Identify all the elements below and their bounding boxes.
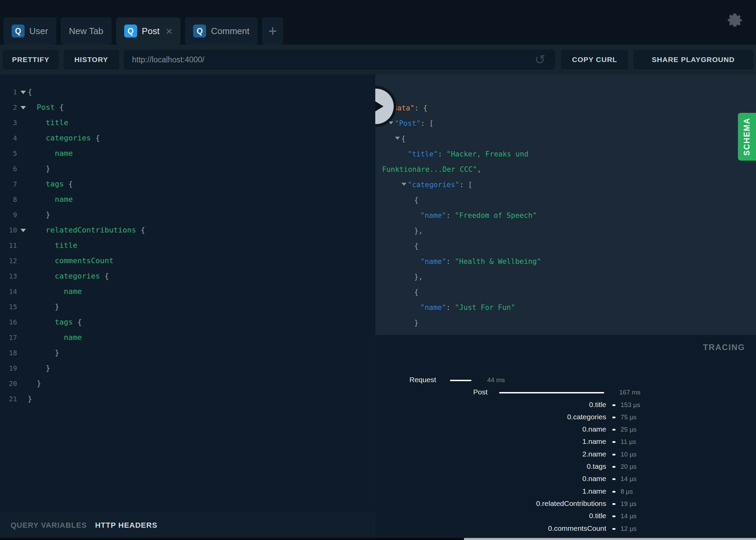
share-playground-button[interactable]: SHARE PLAYGROUND bbox=[633, 50, 753, 70]
editor-code: { bbox=[28, 88, 32, 96]
response-line: { bbox=[375, 85, 756, 100]
tab-label: New Tab bbox=[69, 26, 103, 36]
tab-label: Comment bbox=[211, 26, 249, 36]
trace-row: 0.title153 µs bbox=[375, 400, 756, 412]
plus-icon: + bbox=[268, 24, 277, 39]
prettify-button[interactable]: PRETTIFY bbox=[3, 50, 59, 70]
trace-row: 0.name25 µs bbox=[375, 424, 756, 437]
toolbar: PRETTIFY HISTORY http://localhost:4000/ … bbox=[0, 45, 756, 75]
trace-label: 1.name bbox=[375, 487, 606, 495]
response-line: "name": "Freedom of Speech" bbox=[375, 208, 756, 223]
code-token: categories bbox=[28, 272, 100, 280]
tab-comment[interactable]: QComment bbox=[185, 17, 258, 45]
code-token: name bbox=[28, 333, 82, 342]
trace-time: 44 ms bbox=[487, 376, 505, 384]
line-number: 7 bbox=[0, 180, 17, 188]
tab-post[interactable]: QPost× bbox=[116, 17, 181, 45]
line-number: 13 bbox=[0, 272, 17, 280]
response-pane: {"data": {"Post": [{"title": "Hacker, Fr… bbox=[375, 75, 756, 335]
trace-dash bbox=[612, 454, 615, 455]
trace-time: 11 µs bbox=[621, 438, 636, 446]
trace-row: 0.commentsCount12 µs bbox=[375, 524, 756, 536]
trace-row: 1.name11 µs bbox=[375, 437, 756, 449]
editor-line: 15 } bbox=[0, 299, 375, 314]
code-token: { bbox=[91, 134, 100, 142]
fold-arrow-icon[interactable] bbox=[20, 91, 26, 94]
trace-label: 0.title bbox=[375, 401, 606, 409]
editor-line: 1{ bbox=[0, 84, 375, 100]
code-token: } bbox=[28, 302, 59, 311]
json-token: }, bbox=[414, 273, 423, 281]
endpoint-url-value[interactable]: http://localhost:4000/ bbox=[132, 55, 535, 64]
json-token: Funktionäre...Der CCC" bbox=[382, 165, 477, 174]
line-number: 3 bbox=[0, 119, 17, 127]
fold-arrow-icon[interactable] bbox=[20, 229, 26, 232]
line-number: 14 bbox=[0, 287, 17, 296]
trace-time: 167 ms bbox=[619, 389, 640, 396]
response-line: "name": "Health & Wellbeing" bbox=[375, 254, 756, 269]
code-token: categories bbox=[28, 134, 91, 142]
tab-user[interactable]: QUser bbox=[3, 17, 56, 45]
close-tab-icon[interactable]: × bbox=[166, 25, 173, 37]
code-token: } bbox=[28, 164, 50, 173]
editor-code: categories { bbox=[28, 272, 109, 280]
json-token: : bbox=[446, 303, 455, 312]
trace-time: 20 µs bbox=[621, 463, 637, 470]
json-token: } bbox=[414, 319, 419, 327]
json-token: { bbox=[414, 196, 419, 204]
code-token: title bbox=[28, 241, 77, 250]
query-badge-icon: Q bbox=[12, 25, 25, 38]
editor-line: 16 tags { bbox=[0, 314, 375, 330]
reload-schema-icon[interactable]: ↻ bbox=[535, 53, 546, 66]
trace-dash bbox=[612, 478, 615, 480]
tab-new-tab[interactable]: New Tab bbox=[61, 17, 112, 45]
editor-line: 20 } bbox=[0, 376, 375, 391]
history-button[interactable]: HISTORY bbox=[63, 50, 119, 70]
editor-line: 3 title bbox=[0, 115, 375, 130]
editor-line: 7 tags { bbox=[0, 176, 375, 192]
editor-line: 19 } bbox=[0, 360, 375, 376]
line-number: 19 bbox=[0, 364, 17, 372]
json-token: { bbox=[414, 242, 419, 250]
editor-code: relatedContributions { bbox=[28, 226, 145, 234]
trace-label: 0.name bbox=[375, 425, 606, 433]
editor-line: 2 Post { bbox=[0, 100, 375, 115]
json-token: : { bbox=[415, 104, 427, 112]
play-icon bbox=[375, 89, 394, 124]
code-token: tags bbox=[28, 180, 64, 188]
schema-side-tab-label: SCHEMA bbox=[742, 118, 752, 156]
new-tab-button[interactable]: + bbox=[262, 17, 283, 45]
query-editor[interactable]: 1{2 Post {3 title4 categories {5 name6 }… bbox=[0, 75, 375, 512]
editor-code: name bbox=[28, 287, 82, 296]
trace-dash bbox=[612, 429, 615, 431]
line-number: 11 bbox=[0, 241, 17, 250]
code-token: } bbox=[28, 379, 41, 388]
graphql-playground-window: QUserNew TabQPost×QComment+ PRETTIFY HIS… bbox=[0, 0, 756, 540]
schema-side-tab[interactable]: SCHEMA bbox=[738, 113, 756, 161]
line-number: 2 bbox=[0, 103, 17, 111]
tracing-horizontal-scrollbar[interactable] bbox=[464, 538, 756, 540]
http-headers-tab[interactable]: HTTP HEADERS bbox=[95, 521, 158, 530]
trace-dash bbox=[612, 466, 615, 468]
fold-arrow-icon[interactable] bbox=[20, 106, 26, 109]
code-token: name bbox=[28, 287, 82, 296]
response-json-tree: {"data": {"Post": [{"title": "Hacker, Fr… bbox=[375, 75, 756, 335]
tab-strip: QUserNew TabQPost×QComment+ bbox=[3, 17, 283, 45]
query-badge-icon: Q bbox=[124, 25, 137, 38]
top-tab-bar: QUserNew TabQPost×QComment+ bbox=[0, 0, 756, 45]
query-variables-tab[interactable]: QUERY VARIABLES bbox=[11, 521, 87, 530]
tracing-panel: TRACING Request44 msPost167 ms0.title153… bbox=[375, 335, 756, 540]
editor-code: } bbox=[28, 164, 50, 173]
endpoint-url-bar[interactable]: http://localhost:4000/ ↻ bbox=[124, 50, 555, 70]
settings-gear-icon[interactable] bbox=[726, 12, 744, 29]
json-token: "name" bbox=[420, 303, 446, 312]
line-number: 5 bbox=[0, 149, 17, 158]
code-token: relatedContributions bbox=[28, 226, 136, 234]
copy-curl-button[interactable]: COPY CURL bbox=[561, 50, 628, 70]
code-token: } bbox=[28, 364, 50, 372]
trace-time: 153 µs bbox=[621, 401, 640, 409]
response-line: } bbox=[375, 315, 756, 330]
fold-arrow-icon[interactable] bbox=[402, 183, 406, 186]
fold-arrow-icon[interactable] bbox=[395, 137, 400, 140]
editor-line: 21} bbox=[0, 391, 375, 406]
